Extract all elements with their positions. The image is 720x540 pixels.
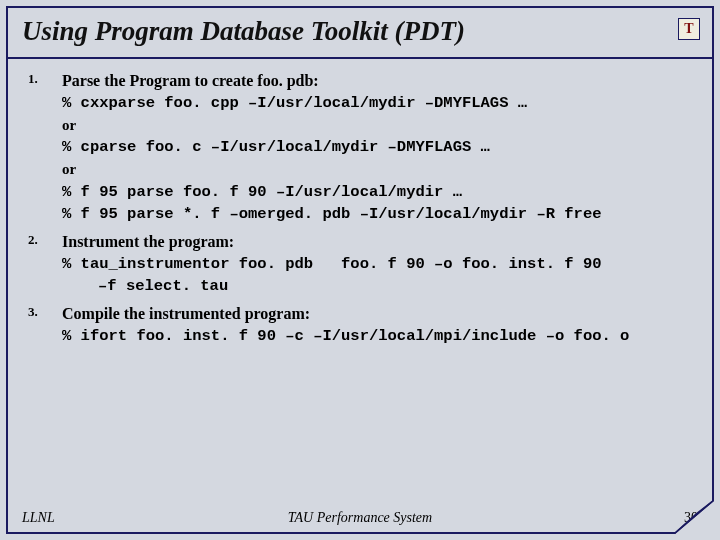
content-area: 1. Parse the Program to create foo. pdb:… [8,59,712,347]
title-bar: Using Program Database Toolkit (PDT) [8,8,712,59]
step-3: 3. Compile the instrumented program: % i… [28,302,692,348]
command-line: –f select. tau [98,275,692,297]
footer: LLNL TAU Performance System 30 [22,510,698,526]
or-connector: or [62,115,692,137]
or-connector: or [62,159,692,181]
slide-frame: Using Program Database Toolkit (PDT) T 1… [6,6,714,534]
step-heading: Compile the instrumented program: [62,302,692,325]
step-2: 2. Instrument the program: % tau_instrum… [28,230,692,298]
tau-logo-letter: T [684,21,693,37]
command-line: % cxxparse foo. cpp –I/usr/local/mydir –… [62,92,692,114]
step-number: 1. [28,69,62,87]
step-1: 1. Parse the Program to create foo. pdb:… [28,69,692,226]
command-line: % f 95 parse *. f –omerged. pdb –I/usr/l… [62,203,692,225]
tau-logo: T [678,18,700,40]
command-line: % tau_instrumentor foo. pdb foo. f 90 –o… [62,253,692,275]
page-number: 30 [684,510,698,526]
slide-title: Using Program Database Toolkit (PDT) [22,16,698,47]
command-line: % ifort foo. inst. f 90 –c –I/usr/local/… [62,325,692,347]
step-number: 2. [28,230,62,248]
step-body: Instrument the program: % tau_instrument… [62,230,692,298]
step-body: Compile the instrumented program: % ifor… [62,302,692,348]
step-heading: Parse the Program to create foo. pdb: [62,69,692,92]
step-number: 3. [28,302,62,320]
footer-center: TAU Performance System [22,510,698,526]
command-line: % f 95 parse foo. f 90 –I/usr/local/mydi… [62,181,692,203]
step-body: Parse the Program to create foo. pdb: % … [62,69,692,226]
command-line: % cparse foo. c –I/usr/local/mydir –DMYF… [62,136,692,158]
step-heading: Instrument the program: [62,230,692,253]
